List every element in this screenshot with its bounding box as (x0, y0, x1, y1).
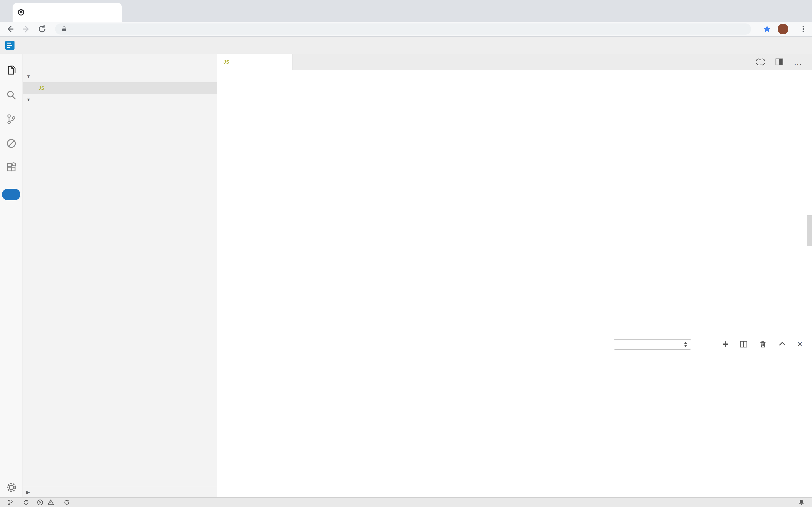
lock-icon (61, 25, 67, 33)
notifications-bell-icon[interactable] (798, 499, 805, 506)
off-toggle[interactable] (2, 189, 20, 200)
select-caret-icon (684, 342, 687, 347)
reload-icon[interactable] (36, 23, 48, 35)
chevron-down-icon: ▼ (26, 97, 31, 102)
outline-header[interactable]: ▶ (23, 487, 217, 497)
sync-status-icon[interactable] (23, 499, 29, 506)
js-file-icon: JS (222, 59, 231, 65)
minimap[interactable] (744, 72, 806, 337)
activity-bar (0, 54, 23, 497)
branch-icon (7, 499, 13, 506)
avatar[interactable] (778, 24, 788, 34)
settings-gear-icon[interactable] (0, 477, 22, 498)
js-file-icon: JS (37, 86, 46, 91)
forward-icon[interactable] (20, 23, 32, 35)
open-editors-header[interactable]: ▼ (23, 71, 217, 82)
extensions-icon[interactable] (0, 157, 22, 178)
explorer-sidebar: ▼ JS ▼ ▶ (23, 54, 217, 497)
debug-icon[interactable] (0, 133, 22, 154)
git-branch-status[interactable] (7, 499, 15, 506)
favicon-icon (17, 9, 25, 16)
browser-toolbar (0, 22, 812, 37)
browser-tab[interactable] (13, 3, 122, 22)
spinner-icon (63, 499, 70, 506)
browser-menu-icon[interactable] (798, 23, 809, 35)
more-actions-icon[interactable]: … (794, 57, 802, 67)
status-bar (0, 497, 812, 507)
app-logo-icon[interactable] (5, 41, 14, 50)
terminal[interactable] (217, 351, 812, 497)
editor-tab-bar: JS … (217, 54, 812, 70)
sidebar-title (23, 54, 217, 70)
language-status-message (63, 499, 72, 506)
chevron-down-icon: ▼ (26, 74, 31, 79)
error-icon (37, 499, 44, 506)
close-panel-icon[interactable]: × (797, 339, 802, 349)
browser-tab-strip (0, 0, 812, 22)
screen: ▼ JS ▼ ▶ JS … (0, 0, 812, 507)
chevron-right-icon: ▶ (26, 490, 30, 495)
bookmark-star-icon[interactable] (761, 23, 773, 35)
split-editor-icon[interactable] (775, 57, 784, 66)
explorer-icon[interactable] (0, 60, 22, 81)
vscode-titlebar (0, 37, 812, 54)
warning-icon (47, 499, 54, 506)
url-bar[interactable] (55, 23, 751, 35)
kill-terminal-icon[interactable] (759, 340, 767, 349)
code-editor[interactable] (217, 70, 812, 337)
new-tab-button[interactable] (125, 5, 139, 19)
back-icon[interactable] (4, 23, 16, 35)
workspace-header[interactable]: ▼ (23, 94, 217, 105)
editor-tab[interactable]: JS (217, 54, 293, 70)
editor-scrollbar[interactable] (807, 215, 812, 246)
maximize-panel-icon[interactable] (778, 340, 787, 349)
problems-status[interactable] (37, 499, 56, 506)
bottom-panel: + × (217, 337, 812, 497)
source-control-icon[interactable] (0, 109, 22, 130)
search-icon[interactable] (0, 84, 22, 106)
split-terminal-icon[interactable] (739, 340, 748, 349)
sync-editors-icon[interactable] (756, 57, 765, 66)
open-editor-item[interactable]: JS (23, 82, 217, 94)
terminal-select[interactable] (614, 339, 691, 350)
new-terminal-icon[interactable]: + (722, 338, 729, 350)
